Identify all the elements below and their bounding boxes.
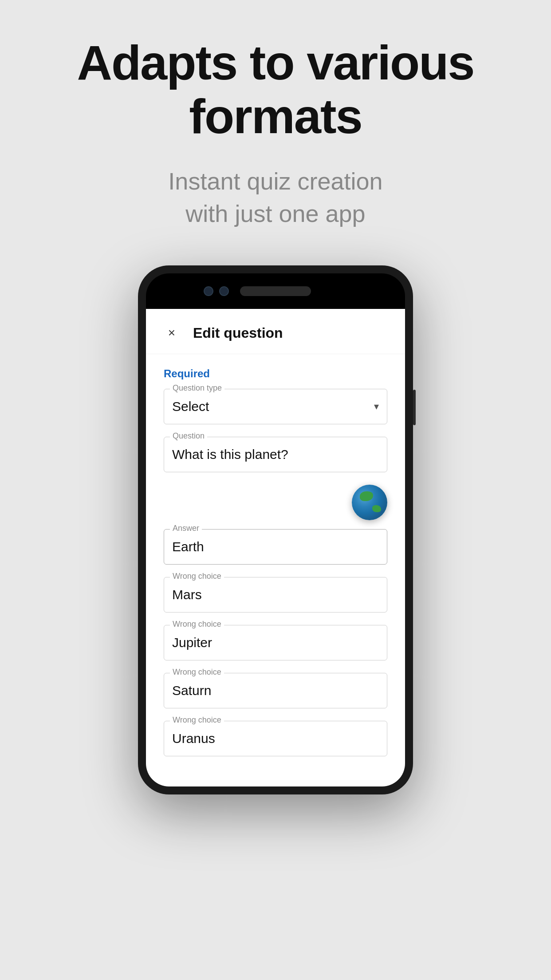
camera-right	[219, 286, 229, 296]
phone-mockup: × Edit question Required Question type S…	[138, 265, 413, 794]
phone-screen: × Edit question Required Question type S…	[146, 309, 405, 786]
question-type-dropdown[interactable]: Select ▾	[164, 389, 387, 424]
answer-label: Answer	[170, 524, 202, 533]
wrong-choice-2-value: Jupiter	[172, 635, 212, 650]
wrong-choice-2-label: Wrong choice	[170, 620, 224, 629]
wrong-choice-3-label: Wrong choice	[170, 668, 224, 677]
form-content: Required Question type Select ▾ Question…	[146, 354, 405, 786]
phone-outer: × Edit question Required Question type S…	[138, 265, 413, 794]
hero-section: Adapts to various formats Instant quiz c…	[0, 0, 551, 265]
dropdown-arrow-icon: ▾	[374, 401, 379, 412]
wrong-choice-2-input[interactable]: Jupiter	[164, 625, 387, 660]
question-type-label: Question type	[170, 383, 224, 393]
wrong-choice-1-label: Wrong choice	[170, 572, 224, 581]
wrong-choice-4-input[interactable]: Uranus	[164, 721, 387, 756]
phone-notch	[146, 273, 405, 309]
question-type-value: Select	[172, 399, 209, 414]
side-button	[413, 390, 416, 425]
wrong-choice-4[interactable]: Wrong choice Uranus	[164, 721, 387, 756]
wrong-choice-3-value: Saturn	[172, 683, 211, 698]
wrong-choice-2[interactable]: Wrong choice Jupiter	[164, 625, 387, 660]
wrong-choice-1[interactable]: Wrong choice Mars	[164, 577, 387, 612]
answer-input[interactable]: Earth	[164, 529, 387, 565]
question-image-area	[164, 485, 387, 529]
wrong-choice-4-label: Wrong choice	[170, 715, 224, 725]
question-input[interactable]: What is this planet?	[164, 437, 387, 472]
wrong-choice-3-input[interactable]: Saturn	[164, 673, 387, 708]
question-type-field[interactable]: Question type Select ▾	[164, 389, 387, 424]
earth-image	[352, 485, 387, 520]
wrong-choice-3[interactable]: Wrong choice Saturn	[164, 673, 387, 708]
close-button[interactable]: ×	[164, 325, 180, 341]
wrong-choice-1-input[interactable]: Mars	[164, 577, 387, 612]
answer-field[interactable]: Answer Earth	[164, 529, 387, 565]
question-label: Question	[170, 431, 207, 441]
main-title: Adapts to various formats	[35, 36, 516, 143]
app-header-title: Edit question	[193, 325, 283, 341]
question-field[interactable]: Question What is this planet?	[164, 437, 387, 472]
wrong-choice-1-value: Mars	[172, 587, 202, 602]
question-value: What is this planet?	[172, 447, 288, 462]
app-header: × Edit question	[146, 309, 405, 354]
wrong-choice-4-value: Uranus	[172, 731, 215, 746]
required-label: Required	[164, 368, 387, 380]
speaker	[240, 286, 311, 296]
answer-value: Earth	[172, 539, 204, 554]
camera-left	[204, 286, 213, 296]
subtitle: Instant quiz creationwith just one app	[168, 165, 382, 230]
